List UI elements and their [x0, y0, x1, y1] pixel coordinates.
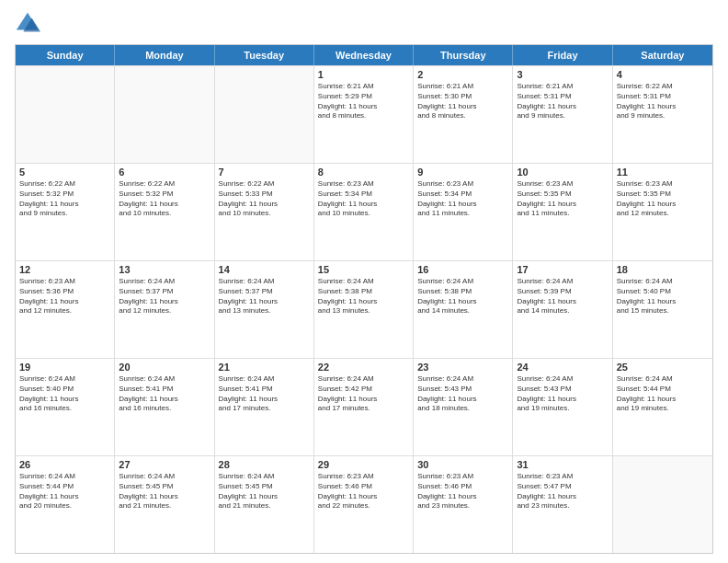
cell-info: Sunrise: 6:24 AM Sunset: 5:43 PM Dayligh…	[417, 374, 508, 414]
cell-info: Sunrise: 6:23 AM Sunset: 5:36 PM Dayligh…	[19, 277, 110, 316]
calendar-cell: 25Sunrise: 6:24 AM Sunset: 5:44 PM Dayli…	[613, 359, 712, 455]
day-number: 21	[219, 362, 310, 373]
day-number: 3	[517, 69, 608, 80]
day-number: 7	[219, 167, 310, 178]
calendar-cell: 28Sunrise: 6:24 AM Sunset: 5:45 PM Dayli…	[215, 456, 314, 553]
calendar-cell: 2Sunrise: 6:21 AM Sunset: 5:30 PM Daylig…	[414, 66, 513, 163]
calendar-cell: 4Sunrise: 6:22 AM Sunset: 5:31 PM Daylig…	[613, 66, 712, 163]
calendar-cell: 21Sunrise: 6:24 AM Sunset: 5:41 PM Dayli…	[215, 359, 314, 455]
day-number: 18	[617, 264, 709, 275]
calendar-cell: 5Sunrise: 6:22 AM Sunset: 5:32 PM Daylig…	[16, 164, 115, 260]
calendar-cell: 1Sunrise: 6:21 AM Sunset: 5:29 PM Daylig…	[314, 66, 414, 163]
calendar: SundayMondayTuesdayWednesdayThursdayFrid…	[15, 44, 713, 554]
day-number: 30	[417, 459, 508, 470]
day-number: 2	[417, 69, 508, 80]
calendar-cell: 6Sunrise: 6:22 AM Sunset: 5:32 PM Daylig…	[115, 164, 214, 260]
cell-info: Sunrise: 6:24 AM Sunset: 5:41 PM Dayligh…	[219, 374, 310, 414]
calendar-cell: 29Sunrise: 6:23 AM Sunset: 5:46 PM Dayli…	[314, 456, 414, 553]
calendar-cell: 15Sunrise: 6:24 AM Sunset: 5:38 PM Dayli…	[314, 261, 414, 358]
calendar-cell: 17Sunrise: 6:24 AM Sunset: 5:39 PM Dayli…	[513, 261, 612, 358]
cell-info: Sunrise: 6:24 AM Sunset: 5:38 PM Dayligh…	[318, 277, 409, 316]
cell-info: Sunrise: 6:24 AM Sunset: 5:37 PM Dayligh…	[119, 277, 210, 316]
calendar-cell: 3Sunrise: 6:21 AM Sunset: 5:31 PM Daylig…	[513, 66, 612, 163]
weekday-header: Thursday	[414, 45, 513, 65]
calendar-cell: 13Sunrise: 6:24 AM Sunset: 5:37 PM Dayli…	[115, 261, 214, 358]
cell-info: Sunrise: 6:23 AM Sunset: 5:46 PM Dayligh…	[318, 472, 409, 511]
calendar-cell: 7Sunrise: 6:22 AM Sunset: 5:33 PM Daylig…	[215, 164, 314, 260]
calendar-cell: 14Sunrise: 6:24 AM Sunset: 5:37 PM Dayli…	[215, 261, 314, 358]
calendar-cell: 20Sunrise: 6:24 AM Sunset: 5:41 PM Dayli…	[115, 359, 214, 455]
day-number: 22	[318, 362, 409, 373]
day-number: 29	[318, 459, 409, 470]
calendar-row: 5Sunrise: 6:22 AM Sunset: 5:32 PM Daylig…	[16, 163, 712, 260]
weekday-header: Wednesday	[314, 45, 414, 65]
cell-info: Sunrise: 6:23 AM Sunset: 5:34 PM Dayligh…	[318, 179, 409, 219]
cell-info: Sunrise: 6:24 AM Sunset: 5:37 PM Dayligh…	[219, 277, 310, 316]
cell-info: Sunrise: 6:24 AM Sunset: 5:41 PM Dayligh…	[119, 374, 210, 414]
calendar-cell: 23Sunrise: 6:24 AM Sunset: 5:43 PM Dayli…	[414, 359, 513, 455]
cell-info: Sunrise: 6:24 AM Sunset: 5:45 PM Dayligh…	[119, 472, 210, 511]
day-number: 10	[517, 167, 608, 178]
logo	[15, 11, 44, 37]
calendar-cell: 27Sunrise: 6:24 AM Sunset: 5:45 PM Dayli…	[115, 456, 214, 553]
day-number: 9	[417, 167, 508, 178]
cell-info: Sunrise: 6:23 AM Sunset: 5:34 PM Dayligh…	[417, 179, 508, 219]
calendar-row: 19Sunrise: 6:24 AM Sunset: 5:40 PM Dayli…	[16, 358, 712, 455]
header	[15, 11, 713, 37]
calendar-cell: 19Sunrise: 6:24 AM Sunset: 5:40 PM Dayli…	[16, 359, 115, 455]
weekday-header: Sunday	[16, 45, 115, 65]
calendar-body: 1Sunrise: 6:21 AM Sunset: 5:29 PM Daylig…	[16, 65, 712, 553]
weekday-header: Monday	[115, 45, 214, 65]
day-number: 31	[517, 459, 608, 470]
weekday-header: Tuesday	[215, 45, 314, 65]
calendar-cell	[215, 66, 314, 163]
cell-info: Sunrise: 6:23 AM Sunset: 5:47 PM Dayligh…	[517, 472, 608, 511]
calendar-cell: 16Sunrise: 6:24 AM Sunset: 5:38 PM Dayli…	[414, 261, 513, 358]
day-number: 25	[617, 362, 709, 373]
day-number: 24	[517, 362, 608, 373]
calendar-cell: 9Sunrise: 6:23 AM Sunset: 5:34 PM Daylig…	[414, 164, 513, 260]
cell-info: Sunrise: 6:24 AM Sunset: 5:40 PM Dayligh…	[19, 374, 110, 414]
calendar-cell: 26Sunrise: 6:24 AM Sunset: 5:44 PM Dayli…	[16, 456, 115, 553]
calendar-cell: 18Sunrise: 6:24 AM Sunset: 5:40 PM Dayli…	[613, 261, 712, 358]
day-number: 27	[119, 459, 210, 470]
day-number: 8	[318, 167, 409, 178]
cell-info: Sunrise: 6:22 AM Sunset: 5:33 PM Dayligh…	[219, 179, 310, 219]
day-number: 1	[318, 69, 409, 80]
day-number: 17	[517, 264, 608, 275]
cell-info: Sunrise: 6:24 AM Sunset: 5:43 PM Dayligh…	[517, 374, 608, 414]
day-number: 14	[219, 264, 310, 275]
calendar-cell: 8Sunrise: 6:23 AM Sunset: 5:34 PM Daylig…	[314, 164, 414, 260]
calendar-row: 26Sunrise: 6:24 AM Sunset: 5:44 PM Dayli…	[16, 455, 712, 553]
cell-info: Sunrise: 6:24 AM Sunset: 5:45 PM Dayligh…	[219, 472, 310, 511]
calendar-cell: 24Sunrise: 6:24 AM Sunset: 5:43 PM Dayli…	[513, 359, 612, 455]
logo-icon	[15, 11, 40, 37]
calendar-cell: 10Sunrise: 6:23 AM Sunset: 5:35 PM Dayli…	[513, 164, 612, 260]
cell-info: Sunrise: 6:22 AM Sunset: 5:32 PM Dayligh…	[19, 179, 110, 219]
cell-info: Sunrise: 6:21 AM Sunset: 5:29 PM Dayligh…	[318, 82, 409, 121]
day-number: 5	[19, 167, 110, 178]
calendar-cell	[115, 66, 214, 163]
day-number: 26	[19, 459, 110, 470]
cell-info: Sunrise: 6:23 AM Sunset: 5:46 PM Dayligh…	[417, 472, 508, 511]
day-number: 16	[417, 264, 508, 275]
page: SundayMondayTuesdayWednesdayThursdayFrid…	[0, 0, 728, 563]
weekday-header: Friday	[513, 45, 612, 65]
cell-info: Sunrise: 6:23 AM Sunset: 5:35 PM Dayligh…	[517, 179, 608, 219]
calendar-row: 12Sunrise: 6:23 AM Sunset: 5:36 PM Dayli…	[16, 260, 712, 358]
day-number: 12	[19, 264, 110, 275]
cell-info: Sunrise: 6:21 AM Sunset: 5:30 PM Dayligh…	[417, 82, 508, 121]
day-number: 19	[19, 362, 110, 373]
day-number: 13	[119, 264, 210, 275]
day-number: 15	[318, 264, 409, 275]
day-number: 20	[119, 362, 210, 373]
day-number: 11	[617, 167, 709, 178]
cell-info: Sunrise: 6:23 AM Sunset: 5:35 PM Dayligh…	[617, 179, 709, 219]
calendar-cell: 12Sunrise: 6:23 AM Sunset: 5:36 PM Dayli…	[16, 261, 115, 358]
cell-info: Sunrise: 6:22 AM Sunset: 5:32 PM Dayligh…	[119, 179, 210, 219]
cell-info: Sunrise: 6:24 AM Sunset: 5:42 PM Dayligh…	[318, 374, 409, 414]
cell-info: Sunrise: 6:21 AM Sunset: 5:31 PM Dayligh…	[517, 82, 608, 121]
day-number: 23	[417, 362, 508, 373]
calendar-cell	[16, 66, 115, 163]
calendar-cell: 22Sunrise: 6:24 AM Sunset: 5:42 PM Dayli…	[314, 359, 414, 455]
